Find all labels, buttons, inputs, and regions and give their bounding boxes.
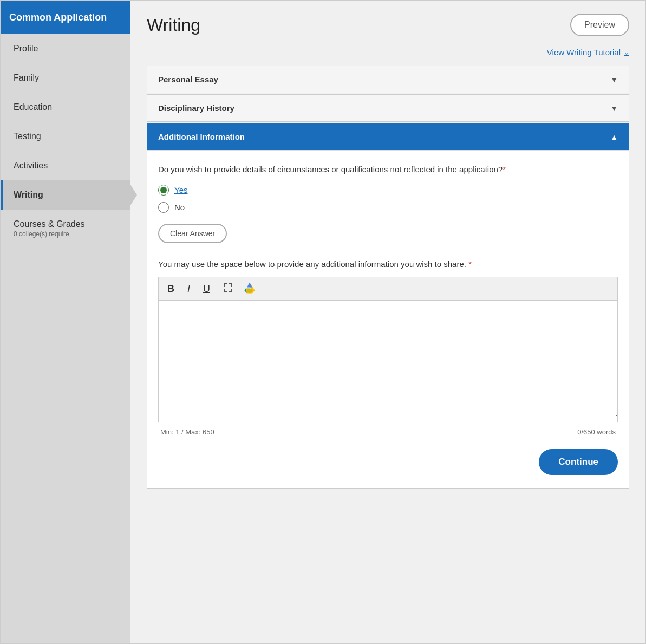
clear-answer-button[interactable]: Clear Answer	[158, 224, 227, 243]
chevron-down-icon: ⌄	[624, 49, 629, 56]
accordion-arrow-additional-info: ▲	[610, 133, 618, 141]
underline-button[interactable]: U	[201, 282, 212, 296]
radio-group-q1: Yes No	[158, 185, 618, 213]
accordion-personal-essay: Personal Essay ▼	[147, 66, 629, 93]
sidebar: Common Application Profile Family Educat…	[1, 1, 130, 643]
app-container: Common Application Profile Family Educat…	[0, 0, 646, 644]
svg-rect-1	[224, 283, 225, 287]
accordion-header-disciplinary-history[interactable]: Disciplinary History ▼	[147, 95, 629, 121]
page-header: Writing Preview	[147, 14, 629, 36]
page-title: Writing	[147, 15, 200, 35]
accordion-body-additional-info: Do you wish to provide details of circum…	[147, 150, 629, 488]
sidebar-item-family[interactable]: Family	[1, 63, 130, 93]
expand-button[interactable]	[221, 282, 235, 296]
additional-info-textarea[interactable]	[159, 301, 617, 420]
question2-text: You may use the space below to provide a…	[158, 258, 618, 271]
svg-rect-3	[231, 283, 232, 287]
editor-container: B I U	[158, 277, 618, 422]
expand-icon	[223, 283, 233, 292]
bold-button[interactable]: B	[165, 282, 177, 296]
svg-rect-5	[224, 289, 225, 292]
preview-button[interactable]: Preview	[570, 14, 629, 36]
radio-no[interactable]	[158, 202, 169, 213]
tutorial-link[interactable]: View Writing Tutorial ⌄	[147, 48, 629, 57]
word-count-min-max: Min: 1 / Max: 650	[160, 428, 214, 436]
sidebar-nav: Profile Family Education Testing Activit…	[1, 34, 130, 643]
continue-button[interactable]: Continue	[539, 449, 618, 475]
question1-text: Do you wish to provide details of circum…	[158, 164, 618, 176]
svg-rect-7	[231, 289, 232, 292]
editor-toolbar: B I U	[159, 277, 617, 301]
sidebar-header: Common Application	[1, 1, 130, 34]
continue-section: Continue	[158, 449, 618, 475]
accordion-disciplinary-history: Disciplinary History ▼	[147, 94, 629, 122]
radio-option-yes[interactable]: Yes	[158, 185, 618, 196]
word-count-current: 0/650 words	[577, 428, 616, 436]
sidebar-item-courses-grades[interactable]: Courses & Grades 0 college(s) require	[1, 210, 130, 248]
radio-option-no[interactable]: No	[158, 202, 618, 213]
accordion-header-additional-info[interactable]: Additional Information ▲	[147, 123, 629, 150]
app-title: Common Application	[9, 12, 107, 23]
word-count-bar: Min: 1 / Max: 650 0/650 words	[158, 425, 618, 436]
accordion-header-personal-essay[interactable]: Personal Essay ▼	[147, 66, 629, 93]
sidebar-item-activities[interactable]: Activities	[1, 151, 130, 180]
italic-button[interactable]: I	[185, 282, 192, 296]
sidebar-item-writing[interactable]: Writing	[1, 180, 130, 210]
gdrive-icon[interactable]	[244, 282, 256, 296]
accordion-arrow-personal-essay: ▼	[610, 75, 618, 84]
accordion-additional-info: Additional Information ▲ Do you wish to …	[147, 123, 629, 489]
sidebar-item-education[interactable]: Education	[1, 93, 130, 122]
accordion-arrow-disciplinary-history: ▼	[610, 104, 618, 113]
sidebar-item-profile[interactable]: Profile	[1, 34, 130, 63]
main-content: Writing Preview View Writing Tutorial ⌄ …	[130, 1, 645, 643]
radio-yes[interactable]	[158, 185, 169, 196]
divider	[147, 41, 629, 41]
sidebar-item-testing[interactable]: Testing	[1, 122, 130, 151]
